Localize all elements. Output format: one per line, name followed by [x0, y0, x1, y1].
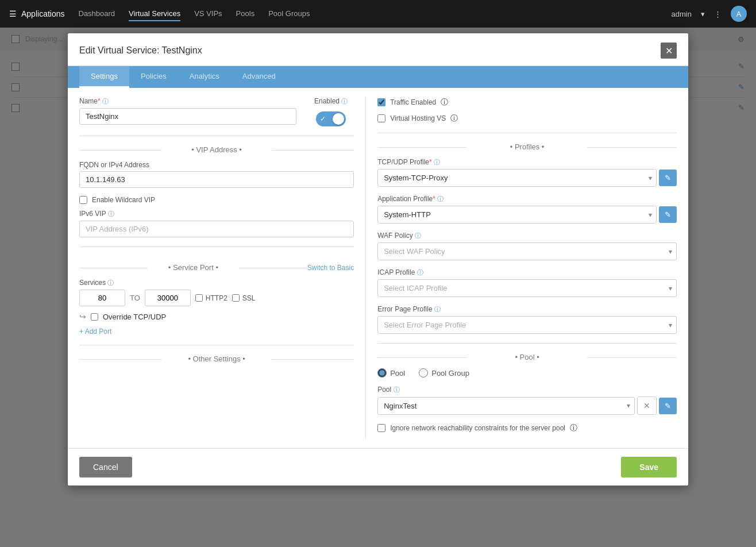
waf-policy-label: WAF Policy ⓘ	[377, 232, 677, 240]
ignore-network-checkbox[interactable]	[377, 424, 385, 432]
port-from-input[interactable]	[79, 290, 125, 306]
traffic-enabled-checkbox[interactable]	[377, 98, 385, 106]
virtual-hosting-label[interactable]: Virtual Hosting VS	[390, 114, 446, 122]
pool-divider	[377, 343, 677, 344]
waf-policy-select[interactable]: Select WAF Policy	[377, 242, 677, 260]
tcp-profile-select-wrapper: System-TCP-Proxy ▾	[377, 169, 657, 187]
ipv6-help-icon[interactable]: ⓘ	[108, 210, 114, 217]
form-right-column: Traffic Enabled ⓘ Virtual Hosting VS ⓘ	[366, 97, 677, 439]
enabled-toggle[interactable]: ✓	[316, 111, 346, 126]
pool-select[interactable]: NginxTest	[377, 397, 635, 415]
virtual-hosting-row: Virtual Hosting VS ⓘ	[377, 113, 677, 124]
pool-radio-option[interactable]: Pool	[377, 368, 405, 377]
name-label: Name* ⓘ	[79, 97, 296, 106]
app-profile-select[interactable]: System-HTTP	[377, 206, 657, 224]
pool-help-icon[interactable]: ⓘ	[394, 386, 400, 393]
user-icon[interactable]: A	[731, 6, 747, 22]
icap-profile-help-icon[interactable]: ⓘ	[417, 269, 423, 276]
tab-advanced[interactable]: Advanced	[231, 66, 287, 88]
nav-dashboard[interactable]: Dashboard	[79, 7, 115, 21]
pool-radio-row: Pool Pool Group	[377, 368, 677, 377]
override-tcp-label[interactable]: Override TCP/UDP	[103, 313, 166, 321]
form-left-column: Name* ⓘ Enabled ⓘ	[79, 97, 366, 439]
override-tcp-checkbox[interactable]	[91, 313, 98, 321]
ignore-network-help-icon[interactable]: ⓘ	[570, 423, 577, 433]
pool-clear-button[interactable]: ✕	[637, 396, 657, 415]
error-page-select-wrapper: Select Error Page Profile ▾	[377, 316, 677, 334]
nav-virtual-services[interactable]: Virtual Services	[129, 7, 180, 21]
http2-checkbox-label: HTTP2	[195, 294, 227, 302]
add-port-link[interactable]: + Add Port	[79, 328, 111, 336]
modal-footer: Cancel Save	[68, 448, 688, 486]
header-right: admin ▾ ⋮ A	[672, 6, 747, 22]
tcp-profile-edit-button[interactable]: ✎	[659, 170, 677, 186]
pool-group-radio-option[interactable]: Pool Group	[419, 368, 469, 377]
nav-pools[interactable]: Pools	[236, 7, 255, 21]
traffic-enabled-row: Traffic Enabled ⓘ	[377, 97, 677, 107]
enabled-help-icon[interactable]: ⓘ	[341, 98, 348, 105]
fqdn-input[interactable]	[79, 171, 354, 188]
http2-checkbox[interactable]	[195, 294, 203, 302]
waf-policy-select-wrapper: Select WAF Policy ▾	[377, 242, 677, 260]
modal-title: Edit Virtual Service: TestNginx	[79, 45, 202, 63]
name-help-icon[interactable]: ⓘ	[102, 98, 109, 105]
ssl-checkbox[interactable]	[232, 294, 240, 302]
to-label: TO	[130, 294, 140, 302]
port-to-input[interactable]	[145, 290, 191, 306]
virtual-hosting-checkbox[interactable]	[377, 114, 385, 122]
services-help-icon[interactable]: ⓘ	[107, 279, 114, 286]
error-page-label: Error Page Profile ⓘ	[377, 305, 677, 314]
enabled-label: Enabled ⓘ	[314, 97, 348, 106]
background-content: Displaying... ⚙ ✎ ✎ ✎ Edit Virtual Servi…	[0, 28, 756, 547]
tab-settings[interactable]: Settings	[79, 66, 129, 88]
chevron-down-icon[interactable]: ▾	[701, 10, 705, 18]
nav-pool-groups[interactable]: Pool Groups	[268, 7, 310, 21]
waf-policy-help-icon[interactable]: ⓘ	[415, 232, 421, 239]
tcp-profile-select[interactable]: System-TCP-Proxy	[377, 169, 657, 187]
tab-policies[interactable]: Policies	[129, 66, 178, 88]
cancel-button[interactable]: Cancel	[79, 457, 132, 477]
top-navigation: ☰ Applications Dashboard Virtual Service…	[0, 0, 756, 28]
pool-section-header: • Pool •	[377, 353, 677, 361]
pool-group-radio-input[interactable]	[419, 368, 428, 377]
edit-virtual-service-modal: Edit Virtual Service: TestNginx ✕ Settin…	[68, 33, 688, 486]
name-input[interactable]	[79, 108, 296, 125]
nav-links: Dashboard Virtual Services VS VIPs Pools…	[79, 7, 658, 21]
icap-profile-group: ICAP Profile ⓘ Select ICAP Profile ▾	[377, 268, 677, 297]
modal-body: Name* ⓘ Enabled ⓘ	[68, 88, 688, 448]
error-page-select[interactable]: Select Error Page Profile	[377, 316, 677, 334]
error-page-group: Error Page Profile ⓘ Select Error Page P…	[377, 305, 677, 334]
ipv6-input[interactable]	[79, 221, 354, 237]
virtual-hosting-help-icon[interactable]: ⓘ	[450, 113, 458, 124]
modal-close-button[interactable]: ✕	[661, 43, 677, 59]
save-button[interactable]: Save	[621, 457, 677, 477]
services-row: TO HTTP2 SSL	[79, 290, 354, 306]
ipv6-group: IPv6 VIP ⓘ	[79, 210, 354, 237]
icap-profile-select-wrapper: Select ICAP Profile ▾	[377, 279, 677, 297]
ipv6-label: IPv6 VIP ⓘ	[79, 210, 354, 218]
service-port-section-header: • Service Port •	[79, 263, 307, 272]
override-row: ↪ Override TCP/UDP	[79, 312, 354, 321]
admin-label: admin	[672, 10, 692, 18]
pool-select-group: Pool ⓘ NginxTest ▾ ✕	[377, 386, 677, 415]
pool-radio-input[interactable]	[377, 368, 387, 377]
dots-icon[interactable]: ⋮	[714, 10, 722, 18]
ignore-network-row: Ignore network reachability constraints …	[377, 423, 677, 433]
switch-to-basic-link[interactable]: Switch to Basic	[307, 264, 354, 272]
tcp-profile-help-icon[interactable]: ⓘ	[434, 159, 440, 165]
nav-vs-vips[interactable]: VS VIPs	[194, 7, 222, 21]
app-profile-edit-button[interactable]: ✎	[659, 206, 677, 223]
app-profile-help-icon[interactable]: ⓘ	[437, 195, 443, 202]
error-page-help-icon[interactable]: ⓘ	[434, 306, 441, 313]
enable-wildcard-checkbox[interactable]	[79, 196, 87, 204]
tcp-profile-group: TCP/UDP Profile* ⓘ System-TCP-Proxy ▾	[377, 158, 677, 187]
tab-analytics[interactable]: Analytics	[178, 66, 231, 88]
traffic-enabled-help-icon[interactable]: ⓘ	[441, 97, 448, 107]
enable-wildcard-label[interactable]: Enable Wildcard VIP	[92, 196, 155, 204]
ignore-network-label[interactable]: Ignore network reachability constraints …	[390, 424, 565, 432]
pool-edit-button[interactable]: ✎	[659, 398, 677, 414]
traffic-enabled-label[interactable]: Traffic Enabled	[390, 98, 436, 106]
icap-profile-select[interactable]: Select ICAP Profile	[377, 279, 677, 297]
hamburger-icon[interactable]: ☰	[9, 9, 17, 18]
app-profile-select-group: System-HTTP ▾ ✎	[377, 206, 677, 224]
